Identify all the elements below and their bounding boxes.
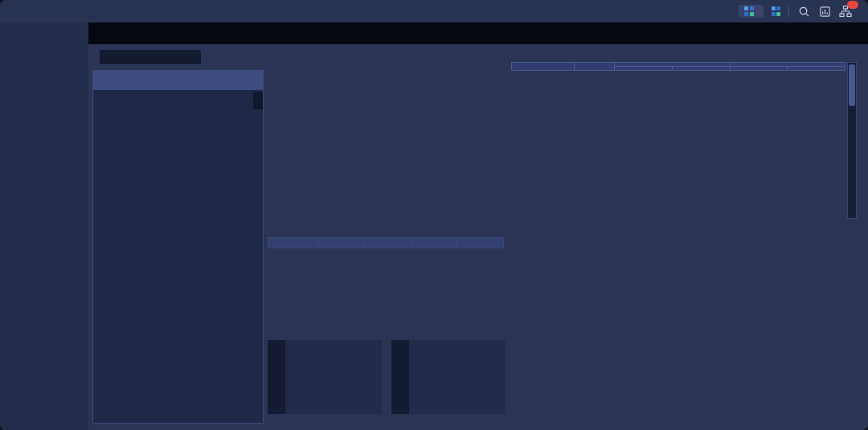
col-header xyxy=(788,67,845,71)
trend-chart xyxy=(518,279,858,401)
topbar xyxy=(0,0,868,23)
sidebar xyxy=(0,23,88,430)
apps-grid-icon xyxy=(744,6,754,16)
col-header xyxy=(364,238,411,248)
col-header xyxy=(672,67,730,71)
device-panel xyxy=(92,47,264,427)
table-scrollbar[interactable] xyxy=(847,62,857,219)
col-header xyxy=(457,238,504,248)
phase-values-table xyxy=(268,237,504,248)
col-header xyxy=(575,63,615,71)
sequence-current-box xyxy=(391,340,506,414)
app-root xyxy=(0,0,868,430)
org-tree-icon[interactable] xyxy=(839,5,852,18)
tree-root-header[interactable] xyxy=(93,71,263,90)
tree-collapse-handle[interactable] xyxy=(253,92,263,109)
device-tree xyxy=(92,70,264,424)
sequence-current-side-label xyxy=(391,340,409,414)
imbalance-panel xyxy=(511,44,868,430)
workspace-switcher[interactable] xyxy=(739,5,764,18)
phasor-diagram xyxy=(272,80,500,234)
col-header xyxy=(730,67,788,71)
sequence-voltage-box xyxy=(268,340,382,414)
imbalance-table xyxy=(511,62,845,71)
divider xyxy=(788,6,789,17)
col-header xyxy=(615,67,673,71)
notification-badge xyxy=(847,1,858,9)
report-icon[interactable] xyxy=(818,5,831,18)
col-header xyxy=(268,238,318,248)
col-header xyxy=(411,238,457,248)
main-content xyxy=(88,44,868,430)
tabbar xyxy=(88,23,868,44)
apps-menu-icon[interactable] xyxy=(772,6,781,16)
sequence-voltage-side-label xyxy=(268,340,285,414)
col-header xyxy=(512,63,575,71)
device-name-input[interactable] xyxy=(99,49,202,65)
col-header xyxy=(318,238,365,248)
phase-panel xyxy=(265,44,506,430)
search-icon[interactable] xyxy=(797,5,810,18)
